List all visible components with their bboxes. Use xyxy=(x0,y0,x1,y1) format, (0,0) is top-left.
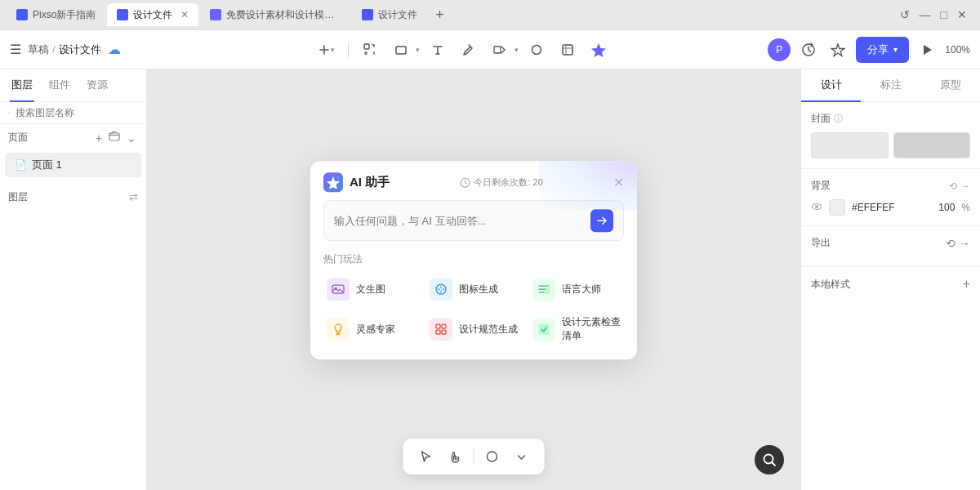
search-icon xyxy=(8,108,11,118)
ai-feature-inspiration[interactable]: 灵感专家 xyxy=(323,312,418,346)
tab-design-file-active[interactable]: 设计文件 ✕ xyxy=(107,3,198,26)
canvas-area[interactable]: AI 助手 今日剩余次数: 20 ✕ 热门玩法 xyxy=(147,69,800,490)
tab-components[interactable]: 组件 xyxy=(47,69,72,102)
share-button[interactable]: 分享 ▾ xyxy=(856,37,909,63)
bg-link-icon[interactable]: ⟲ xyxy=(949,180,957,192)
svg-point-19 xyxy=(488,452,497,461)
menu-icon[interactable]: ☰ xyxy=(10,42,21,57)
language-icon xyxy=(532,278,555,301)
play-button[interactable] xyxy=(915,38,938,61)
new-tab-button[interactable]: + xyxy=(429,3,451,26)
tab-label-resources: 免费设计素材和设计模板，尽在Pixso资源社... xyxy=(226,8,341,22)
bg-expand-icon[interactable]: → xyxy=(960,180,970,192)
ai-feature-text-to-image[interactable]: 文生图 xyxy=(323,274,418,304)
tab-layers[interactable]: 图层 xyxy=(10,69,34,102)
right-panel-tabs: 设计 标注 原型 xyxy=(801,69,980,102)
bg-section-controls: ⟲ → xyxy=(949,180,970,192)
tab-prototype-right[interactable]: 原型 xyxy=(920,69,980,102)
tab-close-design[interactable]: ✕ xyxy=(180,9,189,20)
page-item-1[interactable]: 📄 页面 1 xyxy=(5,153,141,177)
svg-rect-14 xyxy=(436,324,440,328)
text-tool-button[interactable] xyxy=(425,37,451,63)
cloud-sync-icon[interactable]: ☁ xyxy=(108,42,121,57)
fill-section: 封面 ⓘ xyxy=(801,102,980,169)
tab-pixso-guide[interactable]: Pixso新手指南 xyxy=(7,3,105,26)
svg-point-22 xyxy=(815,205,818,208)
add-tool-button[interactable]: ▾ xyxy=(314,37,340,63)
ai-feature-language[interactable]: 语言大师 xyxy=(529,274,624,304)
svg-rect-18 xyxy=(539,324,549,334)
transform-tool-button[interactable] xyxy=(487,37,513,63)
svg-rect-1 xyxy=(396,47,406,54)
app-toolbar: ☰ 草稿 / 设计文件 ☁ ▾ ▾ xyxy=(0,30,980,69)
add-page-button[interactable]: + xyxy=(94,130,104,146)
tab-assets[interactable]: 资源 xyxy=(85,69,109,102)
local-styles-row: 本地样式 + xyxy=(801,267,980,301)
ai-modal-header: AI 助手 今日剩余次数: 20 ✕ xyxy=(310,161,637,200)
svg-point-20 xyxy=(764,455,773,464)
checklist-label: 设计元素检查清单 xyxy=(562,315,621,343)
ellipse-tool-button[interactable] xyxy=(523,37,550,63)
bg-color-swatch[interactable] xyxy=(829,199,845,216)
bg-color-hex[interactable]: #EFEFEF xyxy=(852,202,932,213)
hand-tool-bottom[interactable] xyxy=(443,443,469,470)
ai-send-button[interactable] xyxy=(590,209,613,232)
browser-controls: ↺ — □ ✕ xyxy=(900,8,973,21)
ai-feature-icon-gen[interactable]: 图标生成 xyxy=(426,274,521,304)
export-link-icon[interactable]: ⟲ xyxy=(946,237,956,250)
close-window-icon[interactable]: ✕ xyxy=(957,8,967,21)
transform-dropdown[interactable]: ▾ xyxy=(514,46,519,54)
shape-tool-button[interactable] xyxy=(388,37,414,63)
minimize-icon[interactable]: — xyxy=(920,8,931,21)
tab-annotation-right[interactable]: 标注 xyxy=(861,69,920,102)
reload-icon[interactable]: ↺ xyxy=(900,8,910,21)
pages-expand-icon[interactable]: ⌄ xyxy=(125,130,138,146)
local-styles-add-button[interactable]: + xyxy=(963,277,970,292)
tab-resources[interactable]: 免费设计素材和设计模板，尽在Pixso资源社... xyxy=(200,3,350,26)
svg-point-7 xyxy=(8,112,10,114)
tab-icon-resources xyxy=(210,9,221,20)
layers-settings-icon[interactable]: ⇄ xyxy=(129,191,138,203)
pages-label: 页面 xyxy=(8,131,28,145)
page-label-1: 页面 1 xyxy=(32,158,62,172)
frame-tool-button[interactable] xyxy=(357,37,383,63)
fill-info-icon[interactable]: ⓘ xyxy=(834,113,843,125)
export-section-label: 导出 xyxy=(811,236,831,250)
star-icon[interactable] xyxy=(826,38,849,61)
search-layers-input[interactable] xyxy=(16,107,138,118)
share-label: 分享 xyxy=(867,42,889,57)
more-tools-bottom[interactable] xyxy=(509,443,535,470)
select-tool-bottom[interactable] xyxy=(413,443,439,470)
breadcrumb-current[interactable]: 设计文件 xyxy=(59,42,101,57)
ai-chat-input[interactable] xyxy=(334,215,584,227)
tab-design-file-2[interactable]: 设计文件 xyxy=(352,3,427,26)
circle-tool-bottom[interactable] xyxy=(479,443,506,470)
tool-sep-1 xyxy=(348,42,349,58)
breadcrumb-root[interactable]: 草稿 xyxy=(28,42,49,57)
polygon-tool-button[interactable] xyxy=(555,37,581,63)
pen-tool-button[interactable] xyxy=(456,37,482,63)
fill-preview-left xyxy=(811,132,889,158)
ai-tool-button[interactable] xyxy=(586,37,612,63)
ai-logo xyxy=(323,172,343,192)
bg-visibility-icon[interactable] xyxy=(811,201,822,215)
tab-design-right[interactable]: 设计 xyxy=(801,69,861,102)
share-history-icon[interactable] xyxy=(797,38,820,61)
ai-feature-checklist[interactable]: 设计元素检查清单 xyxy=(529,312,624,346)
export-expand-icon[interactable]: → xyxy=(959,237,970,250)
svg-rect-4 xyxy=(563,45,572,55)
shape-tool-dropdown[interactable]: ▾ xyxy=(416,46,420,54)
shape-tool-group: ▾ xyxy=(388,37,420,63)
ai-close-button[interactable]: ✕ xyxy=(613,175,624,190)
ai-feature-design-spec[interactable]: 设计规范生成 xyxy=(426,312,521,346)
canvas-search-button[interactable] xyxy=(755,445,784,474)
maximize-icon[interactable]: □ xyxy=(941,8,947,21)
icon-gen-label: 图标生成 xyxy=(459,283,498,296)
svg-rect-16 xyxy=(436,330,440,334)
bg-opacity-value[interactable]: 100 xyxy=(938,202,955,213)
user-avatar[interactable]: P xyxy=(768,38,791,61)
breadcrumb: 草稿 / 设计文件 xyxy=(28,42,101,57)
zoom-level[interactable]: 100% xyxy=(945,44,970,56)
pages-folder-icon[interactable] xyxy=(107,129,122,146)
remaining-text: 今日剩余次数: 20 xyxy=(474,176,542,189)
